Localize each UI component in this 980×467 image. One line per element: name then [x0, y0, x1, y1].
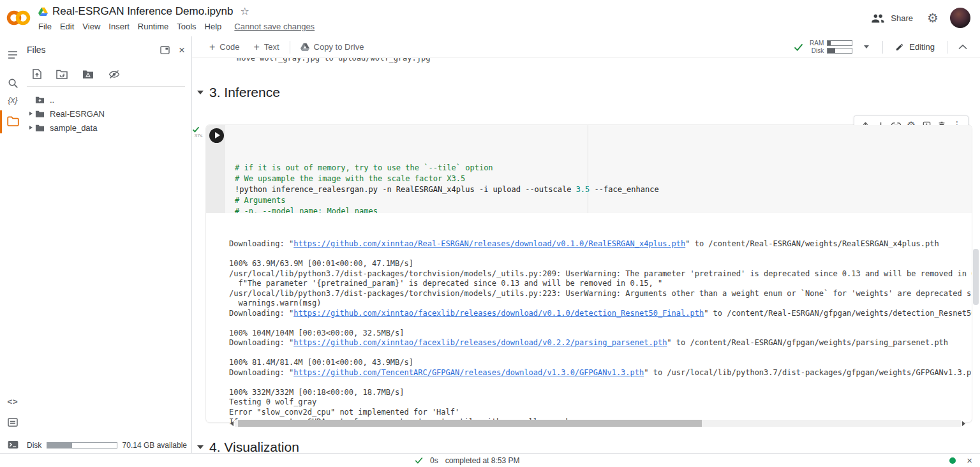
- close-panel-icon[interactable]: ×: [179, 45, 185, 56]
- output-link[interactable]: https://github.com/xinntao/Real-ESRGAN/r…: [293, 239, 685, 248]
- colab-app: Real-ESRGAN Inference Demo.ipynb ☆ FileE…: [0, 0, 980, 467]
- disk-available-label: 70.14 GB available: [122, 441, 187, 450]
- add-code-button[interactable]: + Code: [202, 36, 246, 57]
- resources-indicator[interactable]: RAM Disk: [790, 40, 879, 54]
- output-line: /usr/local/lib/python3.7/dist-packages/t…: [229, 289, 972, 299]
- output-line: Downloading: "https://github.com/xinntao…: [229, 338, 972, 348]
- copy-to-drive-label: Copy to Drive: [314, 42, 364, 52]
- menu-edit[interactable]: Edit: [60, 22, 74, 31]
- hide-hidden-files-icon[interactable]: [108, 70, 120, 79]
- ram-bar-fill: [828, 41, 831, 45]
- refresh-folder-icon[interactable]: [56, 70, 68, 79]
- star-icon[interactable]: ☆: [240, 6, 249, 17]
- tree-item-sample-data[interactable]: sample_data: [26, 121, 191, 135]
- expand-caret-icon[interactable]: [27, 112, 35, 115]
- section-title: 4. Visualization: [209, 440, 299, 453]
- output-line: Downloading: "https://github.com/xinntao…: [229, 239, 972, 249]
- table-of-contents-icon[interactable]: [6, 48, 20, 62]
- divider: [882, 41, 883, 54]
- tree-item-real-esrgan[interactable]: Real-ESRGAN: [26, 107, 191, 121]
- copy-to-drive-button[interactable]: Copy to Drive: [293, 36, 371, 57]
- popout-panel-icon[interactable]: [160, 46, 170, 54]
- section-title: 3. Inference: [209, 85, 280, 100]
- title-block: Real-ESRGAN Inference Demo.ipynb ☆ FileE…: [38, 4, 315, 31]
- save-status-link[interactable]: Cannot save changes: [234, 22, 315, 31]
- terminal-icon[interactable]: [6, 438, 20, 452]
- menu-insert[interactable]: Insert: [108, 22, 130, 31]
- sidebar-disk-fill: [47, 443, 72, 448]
- folder-icon: [35, 124, 45, 132]
- file-tree: ..Real-ESRGANsample_data: [26, 87, 191, 135]
- code-snippets-icon[interactable]: <>: [6, 394, 20, 408]
- scrollbar-thumb[interactable]: [238, 420, 702, 427]
- folder-up-icon: [35, 96, 45, 104]
- disk-bar-fill: [828, 48, 835, 53]
- scrollbar-track[interactable]: [235, 420, 961, 427]
- output-horizontal-scrollbar[interactable]: [230, 420, 965, 427]
- share-label: Share: [891, 13, 913, 23]
- cell-output: Downloading: "https://github.com/xinntao…: [206, 213, 972, 429]
- scroll-right-arrow-icon[interactable]: [962, 421, 965, 426]
- share-button[interactable]: Share: [871, 13, 913, 23]
- menu-tools[interactable]: Tools: [177, 22, 196, 31]
- pencil-icon: [895, 43, 904, 52]
- colab-logo-icon[interactable]: [6, 10, 31, 26]
- top-header: Real-ESRGAN Inference Demo.ipynb ☆ FileE…: [0, 0, 980, 36]
- menu-help[interactable]: Help: [205, 22, 222, 31]
- output-line: [229, 249, 972, 260]
- output-link[interactable]: https://github.com/xinntao/facexlib/rele…: [293, 309, 704, 318]
- variables-icon[interactable]: {x}: [6, 93, 20, 107]
- upload-file-icon[interactable]: [33, 69, 41, 79]
- menu-file[interactable]: File: [38, 22, 52, 31]
- notebook-title[interactable]: Real-ESRGAN Inference Demo.ipynb: [52, 5, 233, 18]
- output-line: [229, 348, 972, 359]
- collapse-section-icon[interactable]: [197, 91, 204, 94]
- output-line: 100% 81.4M/81.4M [00:01<00:00, 43.9MB/s]: [229, 358, 972, 368]
- files-panel: Files ×: [26, 36, 192, 453]
- output-link[interactable]: https://github.com/TencentARC/GFPGAN/rel…: [293, 368, 644, 377]
- output-link[interactable]: https://github.com/xinntao/facexlib/rele…: [293, 338, 667, 347]
- code-editor[interactable]: # if it is out of memory, try to use the…: [225, 125, 972, 213]
- divider: [290, 41, 290, 54]
- page-vertical-scrollbar[interactable]: [973, 249, 979, 305]
- notebook-content: move wolf_gray.jpg to upload/wolf_gray.j…: [192, 36, 980, 453]
- output-line: 100% 63.9M/63.9M [00:01<00:00, 47.1MB/s]: [229, 259, 972, 269]
- search-icon[interactable]: [6, 76, 20, 90]
- command-palette-icon[interactable]: [6, 415, 20, 429]
- mount-drive-icon[interactable]: [82, 70, 94, 79]
- files-tab-icon[interactable]: [6, 114, 20, 128]
- code-line: # if it is out of memory, try to use the…: [235, 163, 972, 174]
- files-actions: [26, 61, 191, 86]
- close-status-bar-icon[interactable]: ×: [967, 456, 972, 465]
- cell-input: # if it is out of memory, try to use the…: [206, 125, 972, 213]
- cell-execution-indicator: 37s: [192, 126, 205, 138]
- drive-file-icon: [38, 7, 48, 16]
- execution-status-bar: 0s completed at 8:53 PM ×: [0, 453, 980, 467]
- menu-bar: FileEditViewInsertRuntimeToolsHelp Canno…: [38, 22, 315, 31]
- collapse-section-icon[interactable]: [197, 445, 204, 449]
- left-rail: {x} <>: [0, 36, 26, 453]
- execution-duration: 0s: [430, 456, 438, 465]
- people-icon: [871, 13, 885, 23]
- tree-item-label: ..: [50, 95, 54, 105]
- completed-check-icon: [415, 457, 423, 464]
- user-avatar[interactable]: [950, 8, 970, 28]
- section-heading-3: 3. Inference: [196, 85, 280, 100]
- tree-item--[interactable]: ..: [26, 93, 191, 107]
- settings-gear-icon[interactable]: ⚙: [927, 11, 939, 24]
- disk-label: Disk: [27, 441, 41, 450]
- add-text-button[interactable]: + Text: [246, 36, 286, 57]
- menu-runtime[interactable]: Runtime: [138, 22, 168, 31]
- chevron-down-icon[interactable]: [864, 45, 869, 48]
- ram-usage-bar: [827, 40, 852, 46]
- cell-gutter: [206, 125, 225, 213]
- menu-view[interactable]: View: [82, 22, 100, 31]
- column-ruler: [588, 125, 588, 213]
- expand-caret-icon[interactable]: [27, 126, 35, 130]
- scroll-left-arrow-icon[interactable]: [230, 421, 234, 426]
- menu-items: FileEditViewInsertRuntimeToolsHelp: [38, 22, 230, 31]
- notebook-main: move wolf_gray.jpg to upload/wolf_gray.j…: [192, 36, 980, 453]
- editing-mode-button[interactable]: Editing: [886, 42, 944, 52]
- chevron-up-icon[interactable]: [951, 44, 975, 50]
- run-cell-button[interactable]: [209, 128, 224, 143]
